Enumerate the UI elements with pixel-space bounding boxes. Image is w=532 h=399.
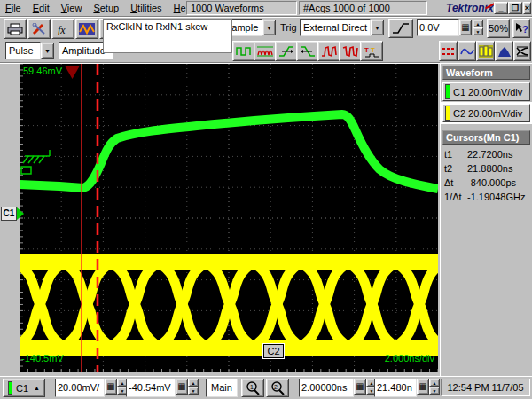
positive-width-icon: [321, 45, 337, 58]
utility-button[interactable]: [27, 19, 51, 39]
c1-color-swatch-icon: [445, 84, 450, 99]
measure-negative-width-button[interactable]: [339, 41, 362, 61]
spin-down-icon[interactable]: ▼: [429, 387, 440, 395]
minimize-button[interactable]: _: [494, 2, 508, 14]
oscilloscope-app: File Edit View Setup Utilities Help 1000…: [0, 0, 532, 399]
acquisition-mode-dropdown-arrow[interactable]: ▼: [262, 20, 276, 35]
measure-fall-time-button[interactable]: [296, 41, 319, 61]
vertical-offset-field[interactable]: -40.54mV: [126, 379, 176, 397]
measure-positive-width-button[interactable]: [317, 41, 340, 61]
toolbox-icon: [31, 23, 47, 35]
waveform-display-button[interactable]: [75, 19, 98, 39]
horizontal-scale-group: 2.00000ns ▦ ▲ ▼: [299, 379, 377, 397]
cursor-readout-delta-t: Δt-840.000ps: [442, 176, 530, 190]
channel-select-button[interactable]: C1 ▲: [3, 379, 45, 397]
horizontal-scale-field[interactable]: 2.00000ns: [299, 379, 354, 397]
menu-setup[interactable]: Setup: [88, 1, 125, 15]
waveform-display-area[interactable]: 59.46mV -140.5mV 2.000ns/div C2: [20, 64, 438, 372]
trigger-level-field[interactable]: 0.0V: [417, 19, 459, 36]
restore-button[interactable]: ❐: [508, 2, 522, 14]
printer-icon: [7, 23, 23, 35]
display-cursors-button[interactable]: [439, 41, 458, 61]
measure-rise-time-button[interactable]: [275, 41, 298, 61]
eye-diagram-icon: [516, 45, 529, 58]
display-eye-diagram-button[interactable]: [513, 41, 531, 61]
trig-label: Trig: [280, 19, 297, 36]
amplitude-cycles-icon: [257, 45, 273, 58]
spin-up-icon[interactable]: ▲: [188, 379, 199, 387]
menu-utilities[interactable]: Utilities: [125, 1, 168, 15]
measure-amplitude-cycles-button[interactable]: [254, 41, 277, 61]
menu-file[interactable]: File: [0, 1, 27, 15]
main-view-button[interactable]: Main: [206, 379, 238, 397]
zoom-buttons-group: 1 2: [241, 379, 289, 397]
magnifier-1-icon: 1: [246, 381, 260, 395]
horizontal-position-spinner[interactable]: ▲ ▼: [429, 379, 440, 397]
close-button[interactable]: ×: [523, 2, 531, 14]
ground-reference-icon: [21, 150, 50, 174]
cursors-panel-header: Cursors(Mn C1): [442, 130, 530, 145]
clock-status: 12:54 PM 11/7/05: [441, 379, 530, 396]
cursor-readout-t1: t122.7200ns: [442, 147, 530, 161]
set-level-50pct-button[interactable]: 50%: [487, 19, 510, 38]
spin-down-icon[interactable]: ▼: [188, 387, 199, 395]
view-select-group: Main: [206, 379, 238, 397]
svg-text:1: 1: [250, 384, 254, 390]
svg-text:T: T: [371, 46, 375, 54]
rise-time-icon: [278, 45, 294, 58]
cursor-readout-t2: t221.8800ns: [442, 161, 530, 176]
svg-text:?: ?: [522, 24, 528, 35]
spin-down-icon[interactable]: ▼: [473, 27, 483, 35]
channel-c1-scale-button[interactable]: C1 20.00mV/div: [442, 82, 530, 101]
svg-text:T: T: [364, 46, 369, 54]
delay-icon: TT: [364, 45, 379, 58]
horizontal-position-field[interactable]: 21.480n: [374, 379, 417, 397]
bottom-voltage-readout: -140.5mV: [21, 353, 64, 364]
display-persistence-button[interactable]: [476, 41, 495, 61]
measure-period-button[interactable]: [232, 41, 255, 61]
channel-color-swatch-icon: [8, 381, 12, 395]
vertical-scale-keypad-icon[interactable]: ▦: [105, 379, 117, 395]
menu-edit[interactable]: Edit: [27, 1, 56, 15]
measure-category-select[interactable]: Pulse: [5, 42, 41, 59]
measure-category-dropdown-arrow[interactable]: ▼: [41, 43, 54, 59]
context-help-button[interactable]: ?: [512, 19, 530, 38]
zoom-1-button[interactable]: 1: [241, 379, 264, 397]
period-icon: [236, 45, 252, 58]
print-button[interactable]: [4, 19, 27, 39]
trigger-source-dropdown-arrow[interactable]: ▼: [371, 20, 384, 35]
channel-c2-scale-button[interactable]: C2 20.00mV/div: [442, 104, 530, 122]
tektronix-logo: Tektronix: [446, 2, 494, 14]
c1-channel-marker[interactable]: C1: [1, 207, 17, 221]
help-pointer-icon: ?: [515, 22, 528, 35]
trigger-source-select[interactable]: External Direct: [300, 19, 371, 36]
zoom-2-button[interactable]: 2: [266, 379, 289, 397]
math-function-button[interactable]: fx: [51, 19, 74, 39]
spin-up-icon[interactable]: ▲: [473, 20, 483, 27]
horizontal-position-group: 21.480n ▦ ▲ ▼: [374, 379, 440, 397]
vertical-scale-group: 20.00mV/ ▦ ▲ ▼: [55, 379, 128, 397]
menu-view[interactable]: View: [56, 1, 89, 15]
svg-text:fx: fx: [58, 24, 66, 35]
c1-scale-label: C1 20.00mV/div: [453, 87, 522, 98]
rising-edge-icon: [392, 22, 410, 35]
svg-text:2: 2: [274, 384, 278, 390]
trigger-level-keypad-icon[interactable]: ▦: [459, 20, 472, 35]
display-histogram-button[interactable]: [495, 41, 513, 61]
trigger-position-icon[interactable]: [65, 66, 80, 79]
horizontal-position-keypad-icon[interactable]: ▦: [417, 379, 429, 395]
vertical-offset-spinner[interactable]: ▲ ▼: [188, 379, 199, 397]
channel-select-group: C1 ▲: [3, 379, 45, 397]
horizontal-scale-keypad-icon[interactable]: ▦: [354, 379, 366, 395]
waveform-style-icon: [460, 45, 474, 58]
c2-channel-marker[interactable]: C2: [263, 344, 284, 358]
measure-delay-button[interactable]: TT: [360, 41, 383, 61]
vertical-offset-keypad-icon[interactable]: ▦: [176, 379, 188, 395]
vertical-scale-field[interactable]: 20.00mV/: [55, 379, 105, 397]
trigger-level-spinner[interactable]: ▲ ▼: [473, 20, 483, 35]
spin-up-icon[interactable]: ▲: [429, 379, 440, 387]
trigger-slope-button[interactable]: [388, 19, 413, 38]
top-voltage-readout: 59.46mV: [23, 66, 62, 76]
display-waveform-style-button[interactable]: [458, 41, 476, 61]
histogram-icon: [497, 45, 512, 58]
